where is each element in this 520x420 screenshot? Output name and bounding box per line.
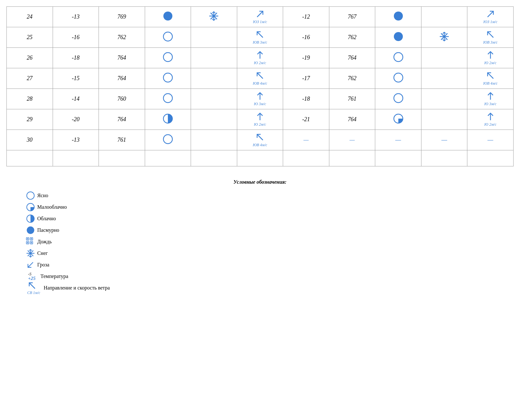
svg-point-45 xyxy=(27,226,34,234)
temp1-cell: -16 xyxy=(53,27,99,48)
temp2-cell: -17 xyxy=(283,68,329,89)
weather1-cell xyxy=(145,109,191,130)
weather2-cell xyxy=(375,89,421,109)
precip2-cell xyxy=(421,68,467,89)
legend-label: Направление и скорость ветра xyxy=(44,285,110,291)
svg-line-11 xyxy=(488,11,493,17)
weather1-cell xyxy=(145,130,191,150)
legend-item: Дождь xyxy=(26,237,514,247)
wind2-cell: Ю 2м/с xyxy=(467,48,514,68)
svg-line-63 xyxy=(29,283,35,289)
weather2-cell xyxy=(375,68,421,89)
weather-table: 24 -13 769 ЮЗ 1м/с -12 767 ЮЗ 1м/с 25 -1… xyxy=(6,6,514,166)
wind1-cell: Ю 2м/с xyxy=(237,109,283,130)
weather1-cell xyxy=(145,7,191,27)
weather2-cell xyxy=(375,27,421,48)
svg-point-24 xyxy=(163,53,172,62)
precip2-cell: — xyxy=(421,130,467,150)
temp1-cell: -14 xyxy=(53,89,99,109)
day-cell: 27 xyxy=(7,68,53,89)
svg-line-23 xyxy=(488,32,493,38)
svg-line-41 xyxy=(257,134,263,140)
table-row: 27 -15 764 ЮВ 4м/с -17 762 ЮВ 4м/с xyxy=(7,68,514,89)
day-cell: 30 xyxy=(7,130,53,150)
legend-label: Дождь xyxy=(37,239,52,245)
pressure2-cell: 764 xyxy=(329,48,375,68)
legend-item: Малооблачно xyxy=(26,202,514,212)
table-row: 25 -16 762 ЮВ 3м/с -16 762 ЮВ 3м/с xyxy=(7,27,514,48)
pressure1-cell: 760 xyxy=(99,89,145,109)
weather1-cell xyxy=(145,27,191,48)
temp1-cell: -13 xyxy=(53,130,99,150)
precip1-cell xyxy=(191,7,237,27)
precip2-cell xyxy=(421,7,467,27)
weather2-cell: — xyxy=(375,130,421,150)
table-row: 29 -20 764 Ю 2м/с -21 764 Ю 2м/с xyxy=(7,109,514,130)
wind2-cell: ЮВ 3м/с xyxy=(467,27,514,48)
table-row: 28 -14 760 Ю 3м/с -18 761 Ю 3м/с xyxy=(7,89,514,109)
pressure1-cell: 762 xyxy=(99,27,145,48)
day-cell: 24 xyxy=(7,7,53,27)
svg-point-47 xyxy=(27,238,28,239)
legend-item: Снег xyxy=(26,248,514,258)
temp2-cell: — xyxy=(283,130,329,150)
wind2-cell: Ю 3м/с xyxy=(467,89,514,109)
precip2-cell xyxy=(421,89,467,109)
weather1-cell xyxy=(145,89,191,109)
temp2-cell: -19 xyxy=(283,48,329,68)
legend-item: Ясно xyxy=(26,191,514,200)
table-row: 26 -18 764 Ю 2м/с -19 764 Ю 2м/с xyxy=(7,48,514,68)
wind1-cell: ЮВ 3м/с xyxy=(237,27,283,48)
pressure2-cell: — xyxy=(329,130,375,150)
precip1-cell xyxy=(191,27,237,48)
weather1-cell xyxy=(145,48,191,68)
wind2-cell: Ю 2м/с xyxy=(467,109,514,130)
svg-point-34 xyxy=(394,94,403,103)
legend-container: ЯсноМалооблачноОблачноПасмурно Дождь Сне… xyxy=(26,191,514,293)
legend-item: Гроза xyxy=(26,260,514,270)
legend-label: Снег xyxy=(37,250,48,256)
temp1-cell: -13 xyxy=(53,7,99,27)
wind2-cell: ЮВ 4м/с xyxy=(467,68,514,89)
pressure1-cell: 764 xyxy=(99,48,145,68)
pressure2-cell: 761 xyxy=(329,89,375,109)
wind2-cell: ЮЗ 1м/с xyxy=(467,7,514,27)
svg-point-12 xyxy=(163,32,172,41)
svg-point-28 xyxy=(163,73,172,82)
svg-point-49 xyxy=(31,238,32,239)
svg-line-9 xyxy=(257,11,263,17)
legend-label: Малооблачно xyxy=(37,204,67,210)
day-cell: 28 xyxy=(7,89,53,109)
wind1-cell: ЮВ 4м/с xyxy=(237,68,283,89)
precip2-cell xyxy=(421,27,467,48)
temp1-cell: -15 xyxy=(53,68,99,89)
legend-label: Температура xyxy=(40,273,68,279)
temp2-cell: -21 xyxy=(283,109,329,130)
weather2-cell xyxy=(375,7,421,27)
svg-point-32 xyxy=(163,94,172,103)
temp2-cell: -16 xyxy=(283,27,329,48)
empty-row xyxy=(7,150,514,166)
temp1-cell: -20 xyxy=(53,109,99,130)
day-cell: 26 xyxy=(7,48,53,68)
pressure1-cell: 764 xyxy=(99,68,145,89)
legend-item: -5+25Температура xyxy=(26,272,514,281)
precip2-cell xyxy=(421,109,467,130)
pressure1-cell: 764 xyxy=(99,109,145,130)
legend-label: Ясно xyxy=(37,193,48,198)
precip1-cell xyxy=(191,130,237,150)
svg-point-30 xyxy=(394,73,403,82)
legend-label: Гроза xyxy=(37,262,49,268)
svg-point-14 xyxy=(394,32,403,41)
svg-point-42 xyxy=(27,192,34,199)
svg-point-10 xyxy=(394,12,403,21)
temp1-cell: -18 xyxy=(53,48,99,68)
wind1-cell: Ю 2м/с xyxy=(237,48,283,68)
legend-section: Условные обозначения: ЯсноМалооблачноОбл… xyxy=(6,179,514,293)
day-cell: 25 xyxy=(7,27,53,48)
svg-point-53 xyxy=(31,242,32,243)
wind1-cell: Ю 3м/с xyxy=(237,89,283,109)
precip1-cell xyxy=(191,109,237,130)
weather2-cell xyxy=(375,48,421,68)
temp2-cell: -18 xyxy=(283,89,329,109)
